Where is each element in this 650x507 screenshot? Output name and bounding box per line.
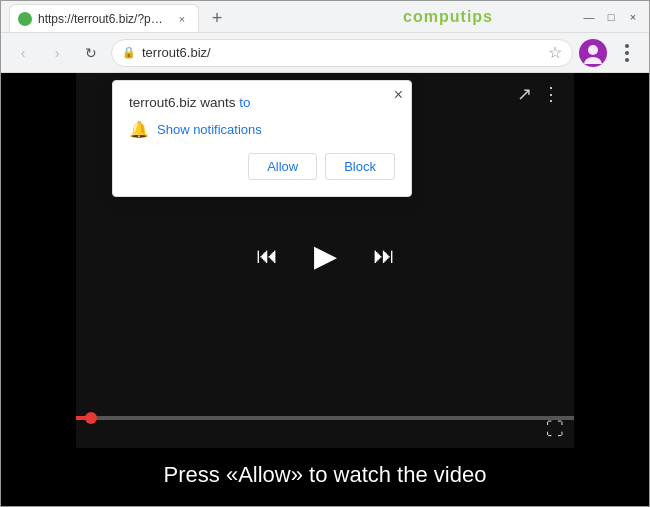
back-button[interactable]: ‹: [9, 39, 37, 67]
tab-close-button[interactable]: ×: [174, 11, 190, 27]
svg-point-0: [588, 45, 598, 55]
tab-area: https://terrout6.biz/?p=ge2wenb... × +: [9, 1, 403, 32]
bookmark-icon[interactable]: ☆: [548, 43, 562, 62]
tab-favicon: [18, 12, 32, 26]
profile-avatar-svg: [582, 42, 604, 64]
lock-icon: 🔒: [122, 46, 136, 59]
more-options-icon[interactable]: ⋮: [542, 83, 560, 105]
forward-button[interactable]: ›: [43, 39, 71, 67]
notif-label: Show notifications: [157, 122, 262, 137]
progress-dot: [85, 412, 97, 424]
computips-logo: computips: [403, 8, 493, 26]
share-icon[interactable]: ↗: [517, 83, 532, 105]
notif-show: Show: [157, 122, 190, 137]
video-progress-fill: [76, 416, 91, 420]
title-bar: https://terrout6.biz/?p=ge2wenb... × + c…: [1, 1, 649, 33]
allow-button[interactable]: Allow: [248, 153, 317, 180]
active-tab[interactable]: https://terrout6.biz/?p=ge2wenb... ×: [9, 4, 199, 32]
maximize-button[interactable]: □: [603, 9, 619, 25]
next-button[interactable]: ⏭: [373, 243, 395, 269]
popup-title-suffix: to: [239, 95, 250, 110]
reload-button[interactable]: ↻: [77, 39, 105, 67]
url-text: terrout6.biz/: [142, 45, 211, 60]
bottom-text: Press «Allow» to watch the video: [1, 462, 649, 488]
svg-point-1: [584, 57, 602, 64]
tab-title: https://terrout6.biz/?p=ge2wenb...: [38, 12, 168, 26]
menu-dot-2: [625, 51, 629, 55]
profile-icon[interactable]: [579, 39, 607, 67]
prev-button[interactable]: ⏮: [256, 243, 278, 269]
popup-title: terrout6.biz wants to: [129, 95, 395, 110]
video-controls-top: ↗ ⋮: [517, 83, 560, 105]
fullscreen-button[interactable]: ⛶: [546, 419, 564, 440]
popup-notif-row: 🔔 Show notifications: [129, 120, 395, 139]
window-controls: — □ ×: [581, 9, 641, 25]
chrome-menu-button[interactable]: [613, 39, 641, 67]
close-window-button[interactable]: ×: [625, 9, 641, 25]
address-bar: ‹ › ↻ 🔒 terrout6.biz/ ☆: [1, 33, 649, 73]
menu-dot-3: [625, 58, 629, 62]
menu-dot-1: [625, 44, 629, 48]
popup-buttons: Allow Block: [129, 153, 395, 180]
video-progress-bar[interactable]: [76, 416, 574, 420]
video-playback-controls: ⏮ ▶ ⏭: [256, 238, 395, 273]
new-tab-button[interactable]: +: [203, 4, 231, 32]
popup-title-prefix: terrout6.biz wants: [129, 95, 239, 110]
minimize-button[interactable]: —: [581, 9, 597, 25]
popup-close-button[interactable]: ×: [394, 87, 403, 103]
notif-text: notifications: [190, 122, 262, 137]
notification-popup: × terrout6.biz wants to 🔔 Show notificat…: [112, 80, 412, 197]
block-button[interactable]: Block: [325, 153, 395, 180]
play-button[interactable]: ▶: [314, 238, 337, 273]
bell-icon: 🔔: [129, 120, 149, 139]
url-bar[interactable]: 🔒 terrout6.biz/ ☆: [111, 39, 573, 67]
